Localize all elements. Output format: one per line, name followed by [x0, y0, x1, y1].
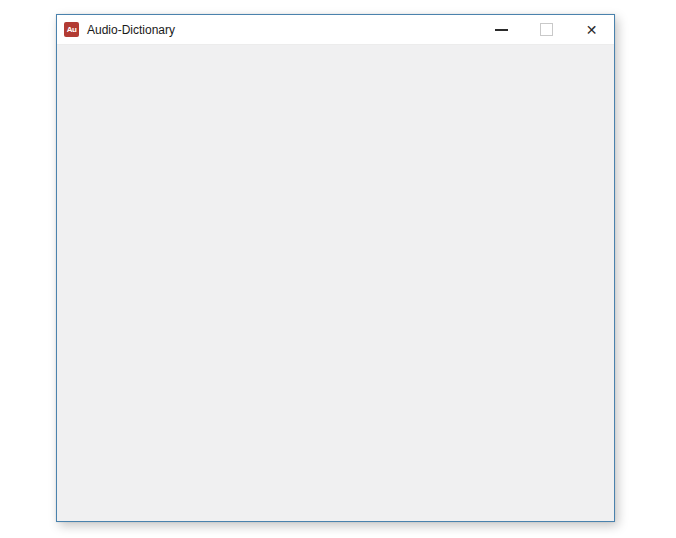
maximize-icon [540, 23, 553, 36]
window-title: Audio-Dictionary [87, 23, 175, 37]
close-button[interactable]: ✕ [569, 15, 614, 44]
close-icon: ✕ [586, 23, 598, 37]
window-client-area [57, 44, 614, 521]
app-window: Au Audio-Dictionary ✕ [56, 14, 615, 522]
title-bar[interactable]: Au Audio-Dictionary ✕ [57, 15, 614, 44]
minimize-button[interactable] [479, 15, 524, 44]
app-icon: Au [64, 22, 79, 37]
minimize-icon [495, 29, 508, 31]
window-controls: ✕ [479, 15, 614, 44]
maximize-button [524, 15, 569, 44]
